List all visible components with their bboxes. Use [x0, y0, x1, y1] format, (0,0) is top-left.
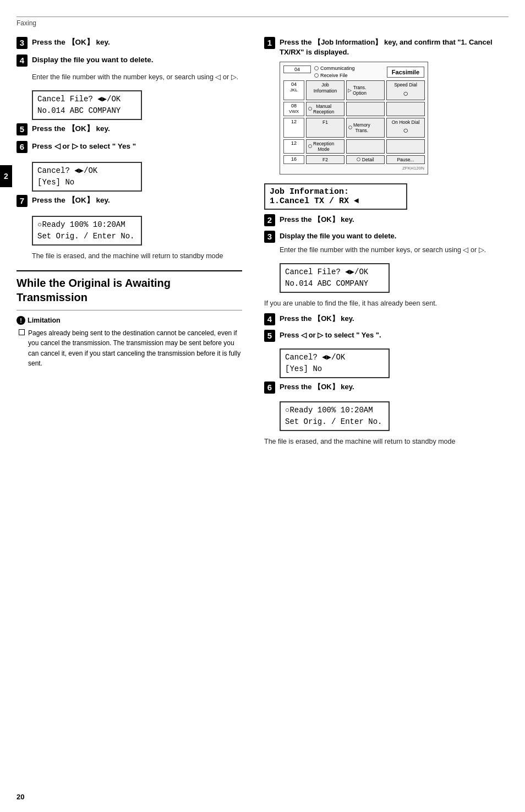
right-step-5-text: Press ◁ or ▷ to select " Yes ". — [280, 330, 381, 340]
right-step-2-text: Press the 【OK】 key. — [280, 214, 354, 225]
section-title: While the Original is Awaiting Transmiss… — [17, 276, 242, 304]
right-step-4-text: Press the 【OK】 key. — [280, 313, 354, 324]
limitation-icon: ! — [17, 316, 25, 325]
section-underline — [17, 310, 242, 310]
step-6-text: Press ◁ or ▷ to select " Yes " — [32, 141, 136, 152]
limitation-body: Pages already being sent to the destinat… — [19, 328, 242, 369]
empty-btn-2 — [386, 102, 425, 116]
right-step-6-text: Press the 【OK】 key. — [280, 382, 354, 392]
job-information-btn[interactable]: JobInformation — [306, 80, 344, 100]
row-label-08: 08VWX — [283, 102, 304, 116]
fax-btn-row-1: 04JKL JobInformation ▷Trans.Option Speed… — [283, 80, 424, 100]
communicating-circle — [314, 66, 319, 70]
pause-btn[interactable]: Pause... — [386, 155, 425, 164]
communicating-label: Communicating — [320, 66, 355, 71]
page: 2 Faxing 3 Press the 【OK】 key. 4 Display… — [0, 0, 525, 812]
row-label-04: 04JKL — [283, 80, 304, 100]
detail-btn[interactable]: Detail — [346, 155, 385, 164]
right-step-3-subtext: Enter the file number with the number ke… — [280, 245, 497, 255]
main-content: 3 Press the 【OK】 key. 4 Display the file… — [0, 31, 525, 456]
right-step-3-subtext2: If you are unable to find the file, it h… — [264, 298, 497, 309]
job-info-lcd: Job Information: 1.Cancel TX / RX ◄ — [264, 183, 407, 210]
step-4-text: Display the file you want to delete. — [32, 55, 154, 66]
page-header: Faxing — [17, 17, 508, 27]
speed-dial-btn[interactable]: Speed Dial○ — [386, 80, 425, 100]
right-step-4: 4 Press the 【OK】 key. — [264, 313, 497, 325]
step-5-number: 5 — [17, 123, 29, 135]
right-lcd3-line2: Set Orig. / Enter No. — [285, 416, 384, 428]
section-divider — [17, 270, 242, 271]
empty-btn-4 — [386, 139, 425, 154]
right-step-1-text: Press the 【Job Information】 key, and con… — [280, 37, 497, 57]
fax-indicators: Communicating Receive File — [314, 66, 384, 78]
step-7-text: Press the 【OK】 key. — [32, 195, 110, 206]
right-step-1: 1 Press the 【Job Information】 key, and c… — [264, 37, 497, 57]
right-lcd2-line1: Cancel? ◄▶/OK — [285, 352, 384, 363]
fax-row-04: 04 — [283, 66, 311, 73]
left-step-6: 6 Press ◁ or ▷ to select " Yes " — [17, 141, 242, 153]
step-6-number: 6 — [17, 141, 29, 153]
left-step-3: 3 Press the 【OK】 key. — [17, 37, 242, 49]
f1-btn[interactable]: F1 — [306, 118, 344, 137]
left-lcd-3: ○Ready 100% 10:20AM Set Orig. / Enter No… — [32, 216, 142, 246]
right-step-2-number: 2 — [264, 214, 276, 226]
fax-btn-row-2: 08VWX ManualReception — [283, 102, 424, 116]
lcd3-line2: Set Orig. / Enter No. — [37, 231, 136, 242]
receive-file-label: Receive File — [320, 73, 348, 78]
indicator-receive-file: Receive File — [314, 73, 384, 78]
right-lcd-2: Cancel? ◄▶/OK [Yes] No — [280, 348, 390, 378]
memory-trans-btn[interactable]: MemoryTrans. — [346, 118, 385, 137]
reception-mode-btn[interactable]: ReceptionMode — [306, 139, 344, 154]
checkbox-icon — [19, 329, 25, 335]
fax-btn-row-4: 12 ReceptionMode — [283, 139, 424, 154]
limitation-text-content: Pages already being sent to the destinat… — [28, 328, 242, 369]
manual-reception-btn[interactable]: ManualReception — [306, 102, 344, 116]
right-lcd-3: ○Ready 100% 10:20AM Set Orig. / Enter No… — [280, 401, 390, 431]
lcd1-line1: Cancel File? ◄▶/OK — [37, 94, 136, 105]
limitation-header: ! Limitation — [17, 316, 242, 325]
step-5-text: Press the 【OK】 key. — [32, 123, 110, 134]
trans-option-btn[interactable]: ▷Trans.Option — [346, 80, 385, 100]
fax-btn-row-3: 12 F1 MemoryTrans. On Hook Dial○ — [283, 118, 424, 137]
right-step-5: 5 Press ◁ or ▷ to select " Yes ". — [264, 330, 497, 342]
right-lcd1-line2: No.014 ABC COMPANY — [285, 278, 384, 290]
on-hook-dial-btn[interactable]: On Hook Dial○ — [386, 118, 425, 137]
step-7-number: 7 — [17, 195, 29, 207]
step-3-number: 3 — [17, 37, 29, 49]
right-lcd3-line1: ○Ready 100% 10:20AM — [285, 405, 384, 416]
right-lcd-1: Cancel File? ◄▶/OK No.014 ABC COMPANY — [280, 263, 390, 293]
facsimile-label-box: Facsimile — [387, 67, 424, 78]
right-lcd1-line1: Cancel File? ◄▶/OK — [285, 266, 384, 278]
lcd3-line1: ○Ready 100% 10:20AM — [37, 219, 136, 231]
limitation-label: Limitation — [28, 317, 61, 324]
empty-btn-3 — [346, 139, 385, 154]
step-4-subtext: Enter the file number with the number ke… — [32, 72, 242, 83]
receive-file-circle — [314, 73, 319, 78]
fax-panel-ref: ZFKH120N — [283, 166, 424, 171]
f2-btn[interactable]: F2 — [306, 155, 344, 164]
indicator-communicating: Communicating — [314, 66, 384, 71]
step-7-subtext: The file is erased, and the machine will… — [32, 251, 242, 261]
fax-btn-row-5: 16 F2 Detail Pause... — [283, 155, 424, 164]
right-step-6-subtext: The file is erased, and the machine will… — [264, 437, 497, 447]
left-step-7: 7 Press the 【OK】 key. — [17, 195, 242, 207]
left-step-4: 4 Display the file you want to delete. — [17, 55, 242, 67]
right-step-2: 2 Press the 【OK】 key. — [264, 214, 497, 226]
right-step-5-number: 5 — [264, 330, 276, 342]
job-info-line1: Job Information: — [270, 187, 402, 197]
right-step-6: 6 Press the 【OK】 key. — [264, 382, 497, 394]
row-label-12b: 12 — [283, 139, 304, 154]
header-text: Faxing — [17, 19, 36, 27]
lcd2-line1: Cancel? ◄▶/OK — [37, 165, 136, 177]
fax-panel: 04 Communicating Receive File Facsimile — [280, 62, 428, 175]
left-lcd-2: Cancel? ◄▶/OK [Yes] No — [32, 162, 142, 192]
row-label-16: 16 — [283, 155, 304, 164]
job-info-line2: 1.Cancel TX / RX ◄ — [270, 197, 402, 206]
left-step-5: 5 Press the 【OK】 key. — [17, 123, 242, 135]
right-lcd2-line2: [Yes] No — [285, 363, 384, 375]
lcd2-line2: [Yes] No — [37, 177, 136, 188]
page-number: 20 — [17, 793, 24, 801]
step-3-text: Press the 【OK】 key. — [32, 37, 110, 48]
side-tab: 2 — [0, 165, 12, 187]
left-lcd-1: Cancel File? ◄▶/OK No.014 ABC COMPANY — [32, 90, 142, 120]
